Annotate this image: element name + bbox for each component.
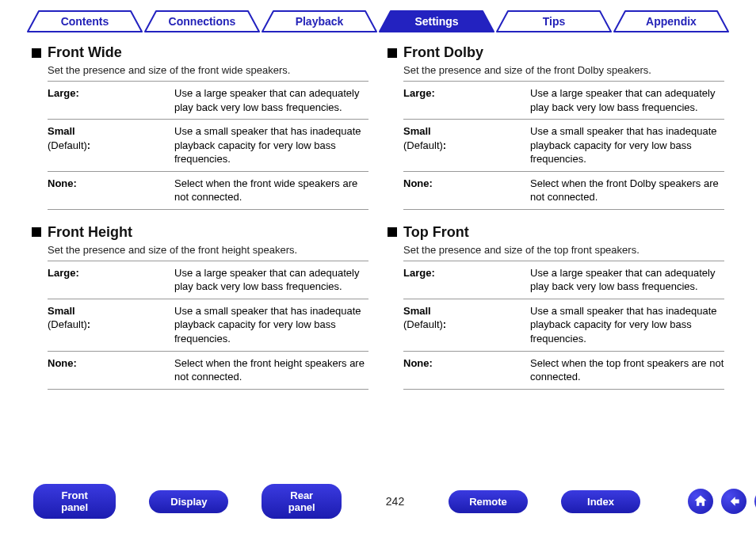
table-row: None:Select when the top front speakers …: [403, 352, 724, 390]
option-label: Large:: [48, 86, 174, 114]
table-row: Large:Use a large speaker that can adequ…: [48, 261, 368, 299]
table-row: None:Select when the front height speake…: [48, 352, 368, 390]
option-label: Small(Default):: [48, 304, 174, 346]
tab-playback[interactable]: Playback: [261, 10, 378, 33]
tab-connections[interactable]: Connections: [143, 10, 261, 33]
section-front-dolby: Front DolbySet the presence and size of …: [388, 44, 724, 210]
option-label: Large:: [48, 266, 174, 294]
options-table: Large:Use a large speaker that can adequ…: [48, 261, 368, 390]
section-title: Front Height: [48, 224, 132, 241]
option-label: None:: [403, 177, 530, 204]
tab-label: Contents: [61, 15, 109, 28]
tab-label: Playback: [296, 15, 344, 28]
option-value: Select when the front Dolby speakers are…: [530, 177, 724, 204]
square-bullet-icon: [388, 48, 397, 58]
option-value: Select when the top front speakers are n…: [530, 356, 724, 384]
option-name: Large:: [48, 267, 79, 279]
option-name: Large:: [403, 267, 435, 279]
table-row: Large:Use a large speaker that can adequ…: [403, 82, 724, 120]
option-default: (Default): [48, 318, 87, 330]
tab-label: Appendix: [646, 15, 697, 28]
option-value: Use a small speaker that has inadequate …: [530, 304, 724, 346]
square-bullet-icon: [32, 227, 41, 237]
tab-settings[interactable]: Settings: [378, 10, 495, 33]
option-label: Small(Default):: [403, 124, 530, 166]
content-area: Front WideSet the presence and size of t…: [0, 33, 756, 404]
option-value: Use a small speaker that has inadequate …: [174, 304, 368, 346]
table-row: Small(Default):Use a small speaker that …: [403, 120, 724, 172]
footer-button-remote[interactable]: Remote: [449, 490, 528, 513]
option-label: Large:: [403, 86, 530, 114]
section-description: Set the presence and size of the top fro…: [403, 244, 724, 256]
option-value: Use a small speaker that has inadequate …: [174, 124, 368, 166]
option-name: Large:: [48, 87, 79, 99]
table-row: None:Select when the front wide speakers…: [48, 172, 368, 210]
table-row: Large:Use a large speaker that can adequ…: [403, 261, 724, 299]
section-description: Set the presence and size of the front w…: [48, 64, 368, 76]
section-title: Top Front: [403, 224, 469, 241]
tab-label: Tips: [543, 15, 566, 28]
option-value: Use a small speaker that has inadequate …: [530, 124, 724, 166]
home-icon: [693, 493, 708, 509]
arrow-left-icon: [726, 493, 742, 509]
square-bullet-icon: [388, 227, 397, 237]
right-column: Front DolbySet the presence and size of …: [388, 44, 724, 404]
option-default: (Default): [403, 139, 443, 151]
tab-label: Connections: [169, 15, 236, 28]
option-value: Select when the front wide speakers are …: [174, 177, 368, 204]
table-row: Small(Default):Use a small speaker that …: [48, 120, 368, 172]
option-label: Small(Default):: [48, 124, 174, 166]
option-colon: :: [443, 139, 446, 151]
section-front-height: Front HeightSet the presence and size of…: [32, 224, 368, 390]
tab-tips[interactable]: Tips: [495, 10, 613, 33]
section-header: Front Height: [32, 224, 368, 241]
section-title: Front Wide: [48, 44, 122, 61]
option-label: Large:: [403, 266, 530, 294]
section-header: Front Wide: [32, 44, 368, 61]
option-label: None:: [48, 356, 174, 384]
option-label: Small(Default):: [403, 304, 530, 346]
option-value: Use a large speaker that can adequately …: [530, 266, 724, 294]
tab-contents[interactable]: Contents: [26, 10, 143, 33]
option-name: Small: [48, 305, 75, 317]
footer-bar: Front panelDisplayRear panel242RemoteInd…: [0, 484, 756, 519]
section-front-wide: Front WideSet the presence and size of t…: [32, 44, 368, 210]
footer-button-index[interactable]: Index: [561, 490, 640, 513]
section-description: Set the presence and size of the front D…: [403, 64, 724, 76]
options-table: Large:Use a large speaker that can adequ…: [48, 81, 368, 210]
top-tabs: ContentsConnectionsPlaybackSettingsTipsA…: [0, 0, 756, 33]
footer-left-group: Front panelDisplayRear panel242RemoteInd…: [33, 484, 640, 519]
page-number: 242: [375, 495, 415, 508]
table-row: Small(Default):Use a small speaker that …: [403, 299, 724, 352]
home-button[interactable]: [688, 489, 713, 514]
table-row: None:Select when the front Dolby speaker…: [403, 172, 724, 210]
option-colon: :: [87, 139, 90, 151]
table-row: Large:Use a large speaker that can adequ…: [48, 82, 368, 120]
option-name: None:: [403, 177, 433, 189]
option-default: (Default): [48, 139, 87, 151]
footer-button-display[interactable]: Display: [149, 490, 228, 513]
option-value: Use a large speaker that can adequately …: [174, 266, 368, 294]
tab-label: Settings: [414, 15, 458, 28]
prev-page-button[interactable]: [721, 489, 746, 514]
square-bullet-icon: [32, 48, 41, 58]
option-name: None:: [48, 177, 77, 189]
option-value: Use a large speaker that can adequately …: [174, 86, 368, 114]
option-label: None:: [48, 177, 174, 204]
option-name: Large:: [403, 87, 435, 99]
nav-icon-group: [688, 489, 756, 514]
option-name: None:: [403, 357, 433, 369]
footer-button-front-panel[interactable]: Front panel: [33, 484, 116, 519]
option-colon: :: [87, 318, 90, 330]
section-title: Front Dolby: [403, 44, 483, 61]
option-name: None:: [48, 357, 77, 369]
option-colon: :: [443, 318, 446, 330]
option-value: Select when the front height speakers ar…: [174, 356, 368, 384]
tab-appendix[interactable]: Appendix: [613, 10, 730, 33]
option-label: None:: [403, 356, 530, 384]
footer-button-rear-panel[interactable]: Rear panel: [262, 484, 342, 519]
option-name: Small: [403, 125, 431, 137]
section-header: Top Front: [388, 224, 724, 241]
option-name: Small: [48, 125, 75, 137]
section-header: Front Dolby: [388, 44, 724, 61]
